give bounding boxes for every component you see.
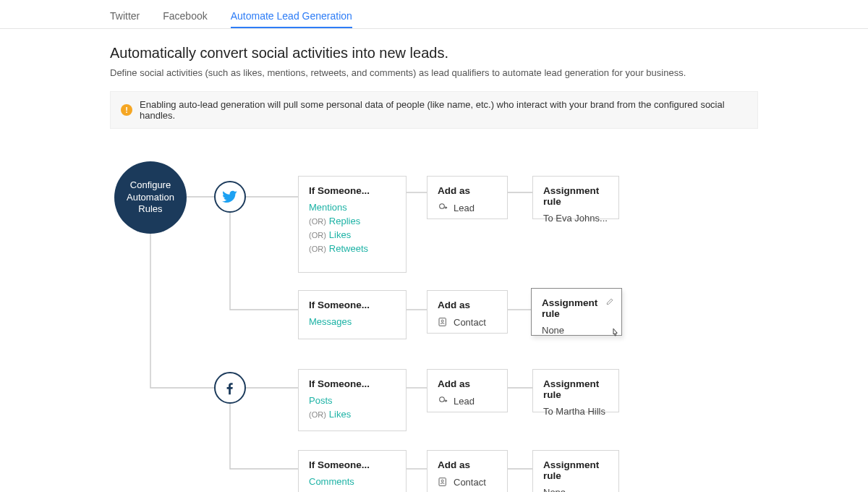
trigger: (OR)Likes	[309, 229, 396, 240]
svg-point-16	[441, 480, 443, 482]
card-title: Add as	[438, 185, 497, 196]
trigger: (OR)Retweets	[309, 243, 396, 254]
card-title: Assignment rule	[543, 459, 608, 481]
card-title: Add as	[438, 300, 497, 310]
add-as-value: Lead	[438, 202, 497, 213]
configure-rules-node[interactable]: Configure Automation Rules	[114, 161, 187, 234]
card-title: If Someone...	[309, 459, 396, 470]
add-as-card-row3[interactable]: Add as Lead	[427, 369, 508, 412]
trigger-card-row3[interactable]: If Someone... Posts (OR)Likes	[298, 369, 407, 431]
card-title: If Someone...	[309, 300, 396, 310]
card-title: Assignment rule	[543, 185, 608, 207]
config-line3: Rules	[138, 203, 162, 214]
contact-icon	[438, 316, 449, 328]
trigger: Messages	[309, 316, 396, 327]
twitter-icon	[222, 189, 238, 205]
lead-icon	[438, 395, 449, 407]
info-alert: ! Enabling auto-lead generation will pul…	[110, 91, 758, 129]
cursor-pointer-icon	[609, 327, 622, 340]
twitter-node[interactable]	[214, 181, 246, 213]
add-as-value: Lead	[438, 395, 497, 407]
card-title: If Someone...	[309, 378, 396, 389]
add-as-value: Contact	[438, 476, 497, 488]
rule-value: None	[543, 487, 608, 492]
card-title: Assignment rule	[543, 378, 608, 400]
config-line1: Configure	[130, 179, 171, 190]
trigger: Posts	[309, 395, 396, 406]
alert-text: Enabling auto-lead generation will pull …	[140, 99, 747, 121]
card-title: Add as	[438, 459, 497, 470]
svg-point-13	[441, 320, 443, 322]
trigger-card-row4[interactable]: If Someone... Comments	[298, 450, 407, 492]
trigger: (OR)Replies	[309, 216, 396, 226]
add-as-card-row2[interactable]: Add as Contact	[427, 290, 508, 334]
facebook-icon	[222, 380, 238, 396]
automation-diagram: Configure Automation Rules If Someone...…	[110, 158, 758, 492]
add-as-card-row4[interactable]: Add as Contact	[427, 450, 508, 492]
assignment-rule-card-row4[interactable]: Assignment rule None	[532, 450, 619, 492]
assignment-rule-card-row1[interactable]: Assignment rule To Eva Johns...	[532, 176, 619, 219]
card-title: If Someone...	[309, 185, 396, 196]
tab-twitter[interactable]: Twitter	[110, 10, 140, 28]
card-title: Add as	[438, 378, 497, 389]
card-title: Assignment rule	[542, 297, 611, 319]
assignment-rule-card-row3[interactable]: Assignment rule To Martha Hills	[532, 369, 619, 412]
tab-facebook[interactable]: Facebook	[163, 10, 207, 28]
trigger-card-row1[interactable]: If Someone... Mentions (OR)Replies (OR)L…	[298, 176, 407, 273]
contact-icon	[438, 476, 449, 488]
trigger: (OR)Likes	[309, 409, 396, 420]
page-title: Automatically convert social activities …	[110, 45, 758, 62]
rule-value: To Eva Johns...	[543, 213, 608, 224]
facebook-node[interactable]	[214, 372, 246, 404]
page-subtitle: Define social activities (such as likes,…	[110, 67, 758, 78]
trigger: Mentions	[309, 202, 396, 213]
tab-automate-lead-generation[interactable]: Automate Lead Generation	[231, 10, 352, 28]
config-line2: Automation	[127, 192, 174, 203]
add-as-card-row1[interactable]: Add as Lead	[427, 176, 508, 219]
edit-icon[interactable]	[605, 296, 616, 308]
add-as-value: Contact	[438, 316, 497, 328]
lead-icon	[438, 202, 449, 213]
warning-icon: !	[121, 104, 132, 116]
trigger: Comments	[309, 476, 396, 487]
tab-bar: Twitter Facebook Automate Lead Generatio…	[0, 0, 868, 29]
rule-value: To Martha Hills	[543, 406, 608, 417]
rule-value: None	[542, 325, 611, 336]
svg-point-14	[440, 397, 445, 402]
svg-point-11	[440, 204, 445, 209]
trigger-card-row2[interactable]: If Someone... Messages	[298, 290, 407, 339]
